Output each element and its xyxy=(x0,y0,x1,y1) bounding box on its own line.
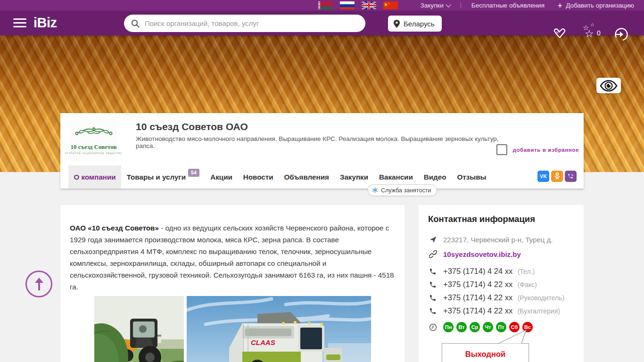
vk-icon[interactable]: VK xyxy=(537,171,549,182)
phone-row: +375 (1714) 4 22 xx (Факс) xyxy=(429,280,537,289)
add-organization-label: Добавить организацию xyxy=(566,2,634,9)
search-bar xyxy=(124,15,365,32)
tab-products[interactable]: Товары и услуги 54 xyxy=(121,165,205,189)
phone-icon xyxy=(429,268,437,275)
tab-news[interactable]: Новости xyxy=(238,165,279,189)
website-row: 10syezdsovetov.ibiz.by xyxy=(429,250,521,258)
odnoklassniki-icon[interactable] xyxy=(551,171,563,182)
add-organization-link[interactable]: + Добавить организацию xyxy=(558,1,634,10)
phone-number[interactable]: +375 (1714) 4 24 xx xyxy=(443,267,512,275)
phone-label: (Факс) xyxy=(518,281,537,288)
menu-icon[interactable] xyxy=(13,18,26,28)
russia-flag-icon[interactable] xyxy=(340,1,355,9)
tab-label: Новости xyxy=(243,173,273,181)
products-count-badge: 54 xyxy=(188,169,199,177)
phone-row: +375 (1714) 4 22 xx (Бухгалтерия) xyxy=(429,306,560,315)
tab-announcements[interactable]: Объявления xyxy=(279,165,334,189)
phone-number[interactable]: +375 (1714) 4 22 xx xyxy=(443,293,512,302)
free-ads-label: Бесплатные объявления xyxy=(471,2,545,9)
tab-label: Отзывы xyxy=(457,173,486,181)
employment-service-tooltip: Служба занятости xyxy=(368,184,437,196)
photo-combine-harvester[interactable]: CLAAS xyxy=(187,296,371,362)
partners-icon[interactable] xyxy=(552,26,568,41)
tab-label: Объявления xyxy=(284,173,329,181)
logo-ornament-icon xyxy=(74,127,114,143)
search-input[interactable] xyxy=(144,19,365,28)
purchases-menu-label: Закупки xyxy=(421,2,444,9)
tab-label: Товары и услуги xyxy=(127,173,186,181)
star-icon: ☆ xyxy=(585,28,594,40)
contact-info-title: Контактная информация xyxy=(428,214,535,224)
region-label: Беларусь xyxy=(404,20,435,28)
eye-icon xyxy=(600,80,618,91)
tab-purchases[interactable]: Закупки xyxy=(334,165,373,189)
phone-label: (Руководитель) xyxy=(518,294,565,302)
phone-label: (Тел.) xyxy=(518,268,535,275)
phone-icon xyxy=(429,294,437,302)
add-to-favorites[interactable]: добавить в избранное xyxy=(496,144,579,155)
phone-label: (Бухгалтерия) xyxy=(518,307,560,315)
arrow-up-icon xyxy=(34,278,44,291)
day-off-label: Выходной xyxy=(442,350,528,359)
plus-icon: + xyxy=(558,1,562,10)
free-ads-link[interactable]: Бесплатные объявления xyxy=(471,2,545,9)
region-selector[interactable]: Беларусь xyxy=(388,16,442,32)
tab-label: Видео xyxy=(424,173,446,181)
page: Закупки Бесплатные объявления + Добавить… xyxy=(0,0,644,362)
phone-row: +375 (1714) 4 24 xx (Тел.) xyxy=(429,267,535,276)
tab-reviews[interactable]: Отзывы xyxy=(452,165,492,189)
phone-icon xyxy=(429,281,437,288)
login-icon[interactable] xyxy=(614,27,629,42)
location-pin-icon xyxy=(394,20,400,28)
topbar-divider xyxy=(461,2,461,8)
site-logo[interactable]: iBiz xyxy=(33,15,57,31)
company-header-card: 10 съезд Советов открытое акционерное об… xyxy=(60,113,584,189)
company-description: ОАО «10 съезд Советов» - одно из ведущих… xyxy=(70,222,395,293)
tab-promotions[interactable]: Акции xyxy=(205,165,238,189)
header: iBiz Беларусь ☆ ☆ ☆ 0 xyxy=(0,11,644,35)
employment-service-label: Служба занятости xyxy=(381,187,431,194)
employment-service-icon xyxy=(372,187,378,193)
favorites-counter[interactable]: ☆ ☆ ☆ 0 xyxy=(583,25,604,42)
chevron-down-icon xyxy=(446,2,451,7)
favorites-count: 0 xyxy=(597,29,601,37)
language-flags xyxy=(318,1,398,9)
favorite-label: добавить в избранное xyxy=(513,147,579,153)
tab-label: Закупки xyxy=(340,173,368,181)
navigation-arrow-icon xyxy=(429,236,437,243)
contact-info-card: Контактная информация 223217, Червенский… xyxy=(419,205,584,362)
phone-number[interactable]: +375 (1714) 4 22 xx xyxy=(443,280,512,288)
phone-number[interactable]: +375 (1714) 4 22 xx xyxy=(443,306,512,315)
company-description-text: - одно из ведущих сельских хозяйств Черв… xyxy=(70,224,394,291)
company-title: 10 съезд Советов ОАО xyxy=(136,121,248,132)
logo-company-type: открытое акционерное общество xyxy=(65,152,123,155)
scroll-to-top-button[interactable] xyxy=(25,271,52,297)
social-links: VK xyxy=(537,171,577,182)
tab-label: О компании xyxy=(74,173,116,181)
tab-label: Акции xyxy=(210,173,232,181)
belarus-flag-icon[interactable] xyxy=(318,1,333,9)
about-company-card: ОАО «10 съезд Советов» - одно из ведущих… xyxy=(60,205,405,362)
china-flag-icon[interactable] xyxy=(383,1,398,9)
uk-flag-icon[interactable] xyxy=(362,1,376,9)
link-icon xyxy=(429,250,437,258)
top-bar: Закупки Бесплатные объявления + Добавить… xyxy=(0,0,644,11)
star-icon: ☆ xyxy=(590,22,594,27)
tab-label: Вакансии xyxy=(379,173,413,181)
phone-icon xyxy=(429,307,437,315)
clock-icon xyxy=(429,323,437,331)
tab-about[interactable]: О компании xyxy=(68,165,121,189)
tooltip-pointer xyxy=(442,324,529,344)
viber-icon[interactable] xyxy=(565,171,577,182)
purchases-menu[interactable]: Закупки xyxy=(421,2,450,9)
company-subtitle: Животноводство мясо-молочного направлени… xyxy=(136,135,499,149)
company-website-link[interactable]: 10syezdsovetov.ibiz.by xyxy=(443,250,521,258)
logo-company-name: 10 съезд Советов xyxy=(71,143,117,151)
favorite-checkbox[interactable] xyxy=(496,144,507,155)
company-address: 223217, Червенский р-н, Турец д. xyxy=(443,236,553,244)
photo-tractor-hay[interactable] xyxy=(94,296,184,362)
search-icon xyxy=(131,19,140,28)
svg-text:CLAAS: CLAAS xyxy=(251,338,275,346)
address-row: 223217, Червенский р-н, Турец д. xyxy=(429,236,553,244)
views-counter-button[interactable] xyxy=(596,78,621,93)
